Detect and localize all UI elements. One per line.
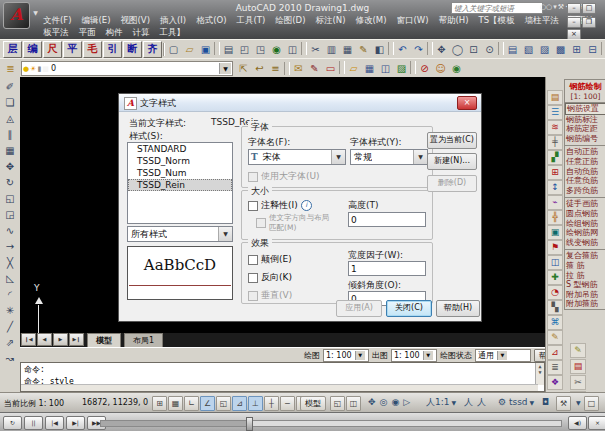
next-button[interactable]: ▶| <box>66 416 85 430</box>
style-list-item[interactable]: TSSD_Norm <box>128 155 232 167</box>
steering-wheel-icon[interactable]: ◉ <box>389 396 401 409</box>
restore-button[interactable]: □ <box>582 3 596 14</box>
menu-item[interactable]: 绘图(D) <box>270 14 310 28</box>
combo-arrow-icon[interactable]: ▼ <box>331 150 345 164</box>
new-icon[interactable]: ▢ <box>166 42 181 57</box>
style-filter-combo[interactable]: 所有样式▼ <box>127 226 233 242</box>
quickcalc-icon[interactable]: ⊟ <box>585 42 600 57</box>
menu-item[interactable]: 格式(O) <box>191 14 231 28</box>
pause-button[interactable]: || <box>24 416 43 430</box>
ruler-icon[interactable]: ▭ <box>323 61 338 76</box>
extend-icon[interactable]: → <box>3 239 18 254</box>
combo-arrow-icon[interactable]: ▼ <box>497 351 507 360</box>
array-icon[interactable]: ▦ <box>3 143 18 158</box>
rebar-spacing-icon[interactable]: ≋ <box>547 120 563 135</box>
combo-arrow-icon[interactable]: ▼ <box>355 351 365 360</box>
match-properties-icon[interactable]: ✎ <box>356 42 371 57</box>
rebar-menu-item[interactable]: 钢筋设置 <box>565 103 605 115</box>
tssd-align-char-button[interactable]: 齐 <box>143 41 162 58</box>
dialog-titlebar[interactable]: A 文字样式 × <box>119 94 481 112</box>
no-plot-icon[interactable]: ⊘ <box>417 61 432 76</box>
render-icon[interactable]: ◉ <box>449 61 464 76</box>
layout-tab[interactable]: 布局1 <box>124 333 163 347</box>
osnap-toggle[interactable]: ◱ <box>216 396 231 411</box>
menu-item[interactable]: 帮助(H) <box>434 14 474 28</box>
dyn-toggle[interactable]: ┼ <box>264 396 279 411</box>
rebar-menu-item[interactable]: 复合箍筋 <box>565 251 605 261</box>
s-rebar-icon[interactable]: ⊿ <box>547 345 563 360</box>
toolbar-lock-icon[interactable]: ◘ <box>540 396 551 409</box>
tool-palettes-icon[interactable]: ▨ <box>537 42 552 57</box>
annotative-checkbox[interactable]: 注释性(I) i <box>248 199 312 212</box>
subscription-wrench-icon[interactable]: ⚒ <box>558 2 564 13</box>
layout-tab[interactable]: 模型 <box>87 333 121 347</box>
command-hscrollbar[interactable] <box>21 384 538 391</box>
rebar-menu-item[interactable]: 标筋定距 <box>565 124 605 134</box>
rebar-menu-item[interactable]: 徒手画筋 <box>565 199 605 209</box>
annotation-visibility-icon[interactable]: 人 <box>462 396 475 409</box>
style-list-item[interactable]: TSSD_Num <box>128 167 232 179</box>
command-vscrollbar[interactable]: ▲▼ <box>535 363 544 385</box>
tssd-dim-char-button[interactable]: 尺 <box>43 41 62 58</box>
make-layer-current-icon[interactable]: ⇱ <box>236 61 251 76</box>
menu-item[interactable]: 修改(M) <box>350 14 391 28</box>
command-line[interactable]: 命令: 命令: style ▲▼ <box>20 362 545 392</box>
coordinates-readout[interactable]: 16872, 11239, 0 <box>82 398 148 407</box>
rebar-menu-item[interactable]: 线变钢筋 <box>565 238 605 248</box>
explode-icon[interactable]: ✳ <box>3 303 18 318</box>
tssd-cut-tool-icon[interactable]: ✂ <box>570 375 586 390</box>
markup-edit-icon[interactable]: ✎ <box>307 61 322 76</box>
sheet-icon[interactable]: ▱ <box>346 61 361 76</box>
plot-scale-combo[interactable]: 1: 100▼ <box>391 349 437 362</box>
trim-icon[interactable]: ∿ <box>3 223 18 238</box>
menu-item[interactable]: 平面 <box>74 26 101 40</box>
menu-item[interactable]: 窗口(W) <box>391 14 433 28</box>
layer-match-icon[interactable]: ≡ <box>268 61 283 76</box>
combo-arrow-icon[interactable]: ▼ <box>423 351 433 360</box>
user-icon[interactable]: ☺ <box>433 61 448 76</box>
menu-item[interactable]: 板平法 <box>38 26 74 40</box>
otrack-toggle[interactable]: ⊿ <box>232 396 247 411</box>
line-to-rebar-icon[interactable]: ◔ <box>547 285 563 300</box>
draw-scale-combo[interactable]: 1: 100▼ <box>323 349 369 362</box>
ortho-toggle[interactable]: ∟ <box>184 396 199 411</box>
checkbox-box[interactable] <box>248 273 258 283</box>
model-space-button[interactable]: 模型 <box>300 396 326 411</box>
pan-status-icon[interactable]: ✥ <box>366 396 378 409</box>
rebar-menu-item[interactable]: 钢筋编号 <box>565 134 605 144</box>
tie-bar-icon[interactable]: ✎ <box>547 330 563 345</box>
tssd-layer-char-button[interactable]: 层 <box>3 41 22 58</box>
layer-combo-arrow-icon[interactable]: ▼ <box>219 63 231 74</box>
doc-minimize-button[interactable]: – <box>567 17 581 28</box>
dot-rebar-icon[interactable]: ⚑ <box>547 240 563 255</box>
any-positive-rebar-icon[interactable]: ⊞ <box>547 165 563 180</box>
new-style-button[interactable]: 新建(N)... <box>427 153 477 170</box>
player-progress-thumb[interactable] <box>246 417 253 431</box>
markup-icon[interactable]: ⊞ <box>569 42 584 57</box>
stirrup-icon[interactable]: ⌘ <box>547 315 563 330</box>
save-icon[interactable]: ▣ <box>198 42 213 57</box>
rebar-menu-item[interactable]: 自动正筋 <box>565 147 605 157</box>
font-name-combo[interactable]: T 宋体 ▼ <box>248 149 346 165</box>
auto-negative-rebar-icon[interactable]: ↕ <box>547 180 563 195</box>
designcenter-icon[interactable]: ▧ <box>521 42 536 57</box>
sheetset-manager-icon[interactable]: ▩ <box>553 42 568 57</box>
break-icon[interactable]: ╳ <box>3 255 18 270</box>
layout-icon[interactable]: ◫ <box>285 42 300 57</box>
rebar-menu-item[interactable]: 附加吊筋 <box>565 290 605 300</box>
rebar-menu-item[interactable]: 绘钢筋网 <box>565 228 605 238</box>
annotation-autoscale-icon[interactable]: 人 <box>475 396 488 409</box>
dialog-close-button[interactable]: × <box>457 96 477 110</box>
paste-icon[interactable]: ▦ <box>340 42 355 57</box>
polar-toggle[interactable]: ∠ <box>200 396 215 411</box>
copy-icon[interactable]: ❏ <box>3 95 18 110</box>
close-dialog-button[interactable]: 关闭(C) <box>386 300 432 317</box>
combo-arrow-icon[interactable]: ▼ <box>218 227 232 241</box>
tssd-break-char-button[interactable]: 断 <box>123 41 142 58</box>
style-list-item[interactable]: STANDARD <box>128 143 232 155</box>
rebar-menu-item[interactable]: 圆点钢筋 <box>565 209 605 219</box>
publish-icon[interactable]: ◳ <box>253 42 268 57</box>
etransmit-icon[interactable]: ✉ <box>291 61 306 76</box>
multi-span-rebar-icon[interactable]: ╬ <box>547 210 563 225</box>
copy-clip-icon[interactable]: ▥ <box>324 42 339 57</box>
